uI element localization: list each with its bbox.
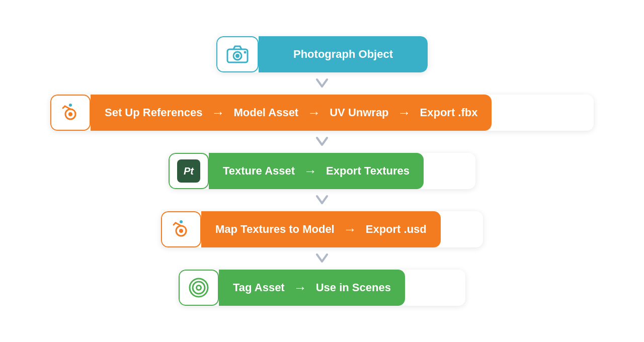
tag-icon-box [179, 270, 219, 306]
step-uv-unwrap: UV Unwrap [330, 106, 388, 119]
camera-icon-box [216, 36, 259, 72]
pt-content: Texture Asset → Export Textures [209, 153, 424, 189]
step-texture-asset: Texture Asset [223, 164, 295, 178]
node-tag: Tag Asset → Use in Scenes [179, 270, 465, 306]
arrow-6: → [294, 280, 307, 296]
camera-icon [226, 45, 249, 63]
step-model-asset: Model Asset [233, 106, 298, 119]
step-tag-asset: Tag Asset [233, 281, 285, 294]
svg-point-15 [183, 228, 185, 230]
blender-2-content: Map Textures to Model → Export .usd [201, 211, 441, 247]
node-photograph: Photograph Object [216, 36, 428, 72]
arrow-3: → [398, 105, 411, 121]
blender-icon-2 [170, 218, 193, 241]
row-1: Photograph Object [50, 36, 594, 72]
arrow-4: → [304, 163, 317, 179]
step-use-in-scenes: Use in Scenes [316, 281, 391, 294]
step-export-fbx: Export .fbx [420, 106, 478, 119]
svg-point-14 [180, 220, 183, 223]
step-export-usd: Export .usd [366, 223, 427, 236]
arrow-2: → [307, 105, 320, 121]
svg-point-19 [197, 286, 200, 289]
blender-icon-box-1 [50, 95, 91, 131]
svg-point-2 [235, 54, 239, 58]
connector-1 [313, 72, 331, 95]
step-map-textures: Map Textures to Model [215, 223, 335, 236]
flowchart: Photograph Object [50, 21, 594, 321]
svg-point-9 [72, 111, 74, 114]
svg-point-8 [69, 104, 72, 107]
blender-icon-box-2 [161, 211, 201, 247]
pt-icon: Pt [177, 159, 200, 183]
arrow-5: → [344, 222, 357, 237]
node-blender-1: Set Up References → Model Asset → UV Unw… [50, 95, 594, 131]
photograph-label: Photograph Object [293, 48, 393, 61]
photograph-content: Photograph Object [259, 36, 428, 72]
row-3: Pt Texture Asset → Export Textures [50, 153, 594, 189]
chevron-down-1 [313, 74, 331, 93]
connector-2 [313, 131, 331, 153]
chevron-down-4 [313, 249, 331, 268]
svg-point-5 [68, 112, 72, 116]
step-export-textures: Export Textures [326, 164, 410, 178]
svg-line-12 [176, 223, 181, 226]
tag-content: Tag Asset → Use in Scenes [219, 270, 405, 306]
svg-line-13 [174, 223, 176, 225]
pt-icon-box: Pt [169, 153, 209, 189]
svg-point-11 [179, 229, 183, 233]
row-4: Map Textures to Model → Export .usd [50, 211, 594, 247]
row-5: Tag Asset → Use in Scenes [50, 270, 594, 306]
connector-3 [313, 189, 331, 211]
node-pt: Pt Texture Asset → Export Textures [169, 153, 475, 189]
node-blender-2: Map Textures to Model → Export .usd [161, 211, 483, 247]
svg-line-7 [63, 106, 65, 108]
blender-icon-1 [59, 101, 82, 124]
chevron-down-2 [313, 133, 331, 151]
connector-4 [313, 247, 331, 270]
tag-icon [187, 276, 210, 299]
blender-1-content: Set Up References → Model Asset → UV Unw… [91, 95, 492, 131]
arrow-1: → [211, 105, 224, 121]
row-2: Set Up References → Model Asset → UV Unw… [50, 95, 594, 131]
svg-point-3 [244, 51, 247, 54]
chevron-down-3 [313, 191, 331, 209]
step-set-up-refs: Set Up References [105, 106, 202, 119]
svg-line-6 [65, 106, 70, 109]
